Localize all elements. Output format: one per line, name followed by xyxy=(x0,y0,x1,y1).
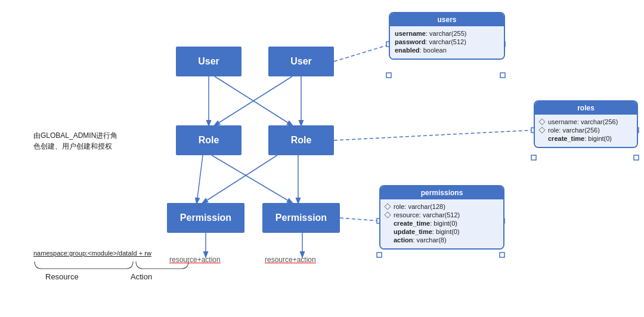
action-text: Action xyxy=(131,272,152,281)
svg-line-11 xyxy=(334,130,534,140)
perm2-label: Permission xyxy=(275,213,327,223)
table-row: username: varchar(255) xyxy=(395,30,499,37)
ra2-label: resource+action xyxy=(265,256,316,264)
brace-svg xyxy=(33,260,200,271)
svg-line-10 xyxy=(334,45,389,61)
resource-action-2: resource+action xyxy=(265,256,316,264)
role2-box: Role xyxy=(268,125,334,155)
field-name: password: varchar(512) xyxy=(395,38,466,45)
role1-box: Role xyxy=(176,125,242,155)
table-row: enabled: boolean xyxy=(395,47,499,54)
role1-label: Role xyxy=(199,135,219,146)
table-row: update_time: bigint(0) xyxy=(385,228,499,235)
namespace-label: namespace:group:<module>/dataId + rw xyxy=(33,250,151,257)
user1-label: User xyxy=(198,56,219,67)
table-row: create_time: bigint(0) xyxy=(540,135,632,142)
svg-line-2 xyxy=(215,76,292,125)
roles-table: roles username: varchar(256) role: varch… xyxy=(534,100,638,148)
svg-line-5 xyxy=(212,155,292,203)
svg-line-4 xyxy=(197,155,203,203)
svg-line-12 xyxy=(340,218,379,221)
action-label: Action xyxy=(131,272,152,281)
user2-box: User xyxy=(268,47,334,76)
resource-label: Resource xyxy=(45,272,79,281)
users-table: users username: varchar(255) password: v… xyxy=(389,12,505,60)
user2-label: User xyxy=(290,56,312,67)
side-label-line1: 由GLOBAL_ADMIN进行角 xyxy=(33,130,153,141)
svg-rect-23 xyxy=(500,253,504,257)
permissions-table-body: role: varchar(128) resource: varchar(512… xyxy=(380,199,503,248)
users-table-header: users xyxy=(390,13,504,26)
field-name: create_time: bigint(0) xyxy=(548,135,612,142)
permissions-table-header: permissions xyxy=(380,186,503,199)
namespace-text: namespace:group:<module>/dataId + rw xyxy=(33,250,151,257)
roles-table-header: roles xyxy=(535,101,637,115)
svg-rect-16 xyxy=(386,73,391,78)
permissions-title: permissions xyxy=(421,189,463,197)
side-label: 由GLOBAL_ADMIN进行角 色创建、用户创建和授权 xyxy=(33,130,153,152)
table-row: action: varchar(8) xyxy=(385,236,499,244)
table-row: role: varchar(256) xyxy=(540,127,632,134)
users-table-body: username: varchar(255) password: varchar… xyxy=(390,26,504,59)
field-name: role: varchar(128) xyxy=(394,203,445,210)
side-label-line2: 色创建、用户创建和授权 xyxy=(33,141,153,152)
roles-table-body: username: varchar(256) role: varchar(256… xyxy=(535,115,637,147)
table-row: username: varchar(256) xyxy=(540,118,632,125)
perm1-label: Permission xyxy=(180,213,231,223)
key-icon xyxy=(538,118,545,125)
field-name: enabled: boolean xyxy=(395,47,447,54)
roles-title: roles xyxy=(577,104,595,112)
field-name: update_time: bigint(0) xyxy=(394,228,460,235)
permissions-table: permissions role: varchar(128) resource:… xyxy=(379,185,504,250)
key-icon xyxy=(384,203,391,210)
users-title: users xyxy=(437,16,456,24)
field-name: action: varchar(8) xyxy=(394,236,447,244)
field-name: username: varchar(256) xyxy=(548,118,618,125)
diagram-container: User User Role Role Permission Permissio… xyxy=(0,0,644,317)
table-row: password: varchar(512) xyxy=(395,38,499,45)
perm2-box: Permission xyxy=(262,203,340,233)
key-icon xyxy=(384,211,391,218)
key-icon xyxy=(538,127,545,133)
svg-rect-20 xyxy=(531,155,536,160)
field-name: resource: varchar(512) xyxy=(394,211,460,218)
table-row: resource: varchar(512) xyxy=(385,211,499,218)
svg-line-6 xyxy=(203,155,277,203)
svg-rect-19 xyxy=(634,155,639,160)
table-row: role: varchar(128) xyxy=(385,203,499,210)
field-name: create_time: bigint(0) xyxy=(394,220,457,227)
field-name: username: varchar(255) xyxy=(395,30,466,37)
perm1-box: Permission xyxy=(167,203,244,233)
user1-box: User xyxy=(176,47,242,76)
svg-rect-15 xyxy=(500,73,505,78)
svg-rect-24 xyxy=(377,253,382,257)
resource-text: Resource xyxy=(45,272,79,281)
table-row: create_time: bigint(0) xyxy=(385,220,499,227)
field-name: role: varchar(256) xyxy=(548,127,600,134)
svg-line-1 xyxy=(215,76,292,125)
role2-label: Role xyxy=(291,135,312,146)
